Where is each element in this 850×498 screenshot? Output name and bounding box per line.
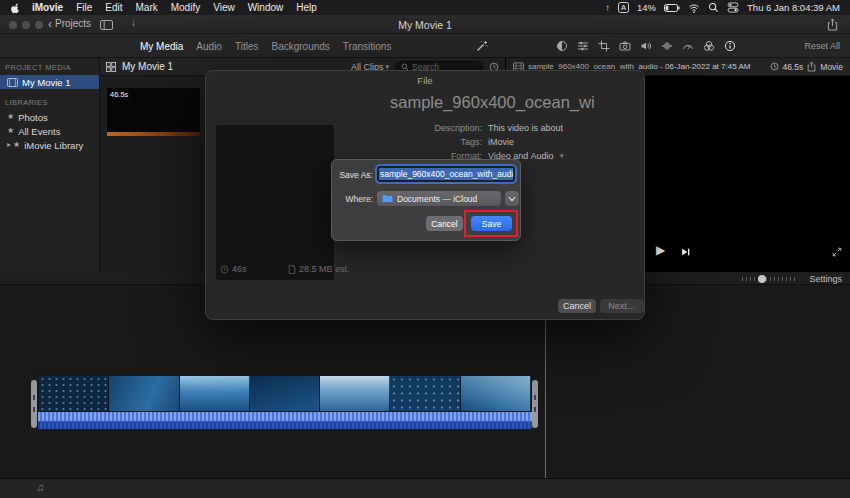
next-frame-button[interactable] [680, 247, 691, 257]
clip-frame [250, 376, 320, 411]
save-as-filename-text: sample_960x400_ocean_with_audi [379, 168, 513, 180]
reset-all-button[interactable]: Reset All [804, 41, 840, 51]
sidebar-item-label: Photos [18, 112, 48, 123]
disclosure-right-icon[interactable]: ▸ [7, 141, 11, 149]
menu-item-help[interactable]: Help [296, 2, 317, 13]
clip-frame [39, 376, 109, 411]
clip-frame [390, 376, 460, 411]
sidebar-item-label: My Movie 1 [22, 77, 71, 88]
export-meta-row: 46s 28.5 MB est. [206, 264, 644, 276]
battery-icon[interactable] [664, 4, 680, 12]
export-size-text: 28.5 MB est. [299, 264, 350, 274]
export-next-button[interactable]: Next… [600, 299, 644, 313]
viewer-media-type: Movie [820, 62, 843, 72]
noise-reduction-button[interactable] [661, 40, 673, 52]
sidebar-item-photos[interactable]: ★ Photos [0, 110, 99, 124]
trim-handle-right[interactable] [532, 380, 538, 428]
clip-frame [461, 376, 531, 411]
menu-item-window[interactable]: Window [248, 2, 284, 13]
export-size-info: 28.5 MB est. [288, 264, 350, 274]
sidebar-item-label: iMovie Library [24, 140, 83, 151]
save-as-field[interactable]: sample_960x400_ocean_with_audi [377, 166, 515, 182]
music-well: ♫ [0, 478, 850, 498]
tags-row: Tags: iMovie [206, 137, 644, 149]
wifi-icon[interactable] [688, 3, 700, 13]
star-icon: ★ [13, 141, 20, 149]
menu-bar-clock[interactable]: Thu 6 Jan 8:04:39 AM [747, 2, 840, 13]
expand-sheet-button[interactable] [505, 191, 519, 206]
format-chevron-icon[interactable]: ▾ [560, 152, 564, 159]
tags-value[interactable]: iMovie [488, 137, 514, 147]
stabilization-button[interactable] [619, 40, 631, 52]
menu-item-mark[interactable]: Mark [135, 2, 157, 13]
crop-button[interactable] [598, 40, 610, 52]
sidebar-item-all-events[interactable]: ★ All Events [0, 124, 99, 138]
tab-my-media[interactable]: My Media [140, 41, 183, 52]
menu-item-view[interactable]: View [213, 2, 235, 13]
menu-item-edit[interactable]: Edit [105, 2, 122, 13]
volume-button[interactable] [640, 40, 652, 52]
tab-audio[interactable]: Audio [196, 41, 222, 52]
where-dropdown[interactable]: Documents — iCloud [377, 191, 501, 206]
chevron-down-icon [508, 196, 516, 202]
description-row: Description: This video is about [206, 123, 644, 135]
audio-waveform [38, 412, 532, 429]
trim-handle-left[interactable] [31, 380, 37, 428]
export-cancel-button[interactable]: Cancel [558, 299, 596, 313]
music-notes-icon: ♫ [36, 482, 44, 493]
star-icon: ★ [7, 127, 14, 135]
description-value[interactable]: This video is about [488, 123, 563, 133]
tab-backgrounds[interactable]: Backgrounds [271, 41, 329, 52]
window-title-bar: ‹ Projects ↓ My Movie 1 [0, 15, 850, 34]
control-center-icon[interactable] [727, 2, 739, 13]
effects-filter-button[interactable] [703, 40, 715, 52]
clip-info-button[interactable] [724, 40, 736, 52]
project-media-header: PROJECT MEDIA [5, 63, 71, 72]
libraries-header: LIBRARIES [5, 98, 48, 107]
share-button[interactable] [827, 18, 838, 31]
movie-type-icon [807, 61, 816, 72]
media-tabs: My Media Audio Titles Backgrounds Transi… [140, 34, 391, 58]
timeline-clip[interactable] [38, 375, 532, 429]
adjustment-bar [556, 40, 736, 52]
project-film-icon [7, 78, 18, 87]
sheet-save-button[interactable]: Save [471, 216, 512, 231]
play-button[interactable]: ▶ [656, 244, 665, 256]
fullscreen-button[interactable] [832, 247, 842, 257]
export-duration-info: 46s [220, 264, 247, 274]
save-as-label: Save As: [332, 170, 373, 180]
zoom-slider-knob[interactable] [758, 275, 766, 283]
apple-menu[interactable] [10, 2, 21, 14]
chevron-down-icon: ▾ [385, 63, 389, 70]
tab-transitions[interactable]: Transitions [343, 41, 392, 52]
clip-frame [320, 376, 390, 411]
menu-item-modify[interactable]: Modify [171, 2, 200, 13]
spotlight-search-icon[interactable] [708, 2, 719, 13]
folder-icon [382, 194, 393, 203]
sidebar-item-my-movie-1[interactable]: My Movie 1 [0, 75, 99, 89]
export-display-name: sample_960x400_ocean_wi [390, 93, 595, 112]
clip-thumbnail-strip [107, 132, 200, 136]
clip-thumbnail[interactable]: 46.5s [107, 88, 200, 136]
grid-view-icon[interactable] [106, 62, 116, 72]
sheet-cancel-button[interactable]: Cancel [426, 216, 463, 231]
speed-button[interactable] [682, 40, 694, 52]
color-balance-button[interactable] [556, 40, 568, 52]
upload-status-icon[interactable]: ↑ [605, 3, 610, 13]
enhance-wand-icon[interactable] [476, 40, 488, 52]
settings-button[interactable]: Settings [809, 274, 842, 284]
menu-item-imovie[interactable]: iMovie [32, 2, 63, 13]
zoom-slider[interactable] [742, 277, 798, 281]
where-label: Where: [332, 194, 373, 204]
export-dialog: File sample_960x400_ocean_wi Description… [205, 70, 645, 320]
color-correction-button[interactable] [577, 40, 589, 52]
sidebar-item-imovie-library[interactable]: ▸ ★ iMovie Library [0, 138, 99, 152]
battery-percent: 14% [637, 2, 656, 13]
viewer-duration: 46.5s [783, 62, 804, 72]
menu-item-file[interactable]: File [76, 2, 92, 13]
tab-titles[interactable]: Titles [235, 41, 259, 52]
mini-file-icon [288, 265, 296, 274]
browser-title: My Movie 1 [122, 61, 173, 72]
input-source-icon[interactable]: A [618, 2, 629, 13]
star-icon: ★ [7, 113, 14, 121]
